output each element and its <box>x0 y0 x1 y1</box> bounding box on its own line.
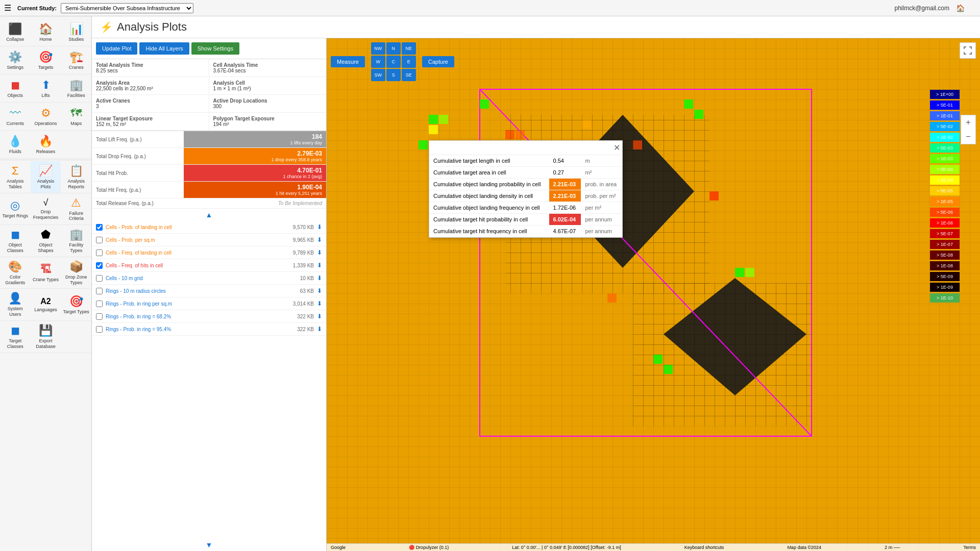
sidebar-item-target-types[interactable]: 🎯 Target Types <box>61 289 91 321</box>
nav-c[interactable]: C <box>386 56 401 68</box>
sidebar-row-export: ◼ Target Classes 💾 Export Database <box>0 321 91 353</box>
popup-close-button[interactable]: ✕ <box>614 143 620 153</box>
sidebar-item-export-database[interactable]: 💾 Export Database <box>31 321 61 353</box>
layer-download-icon[interactable]: ⬇ <box>317 249 322 256</box>
sidebar-item-objects[interactable]: ◼ Objects <box>0 74 31 103</box>
sidebar-item-languages[interactable]: A2 Languages <box>31 289 61 321</box>
zoom-out-button[interactable]: − <box>961 130 975 144</box>
sidebar-item-system-users[interactable]: 👤 System Users <box>0 289 31 321</box>
sidebar-item-facilities[interactable]: 🏢 Facilities <box>61 74 91 103</box>
layer-checkbox[interactable] <box>96 288 103 294</box>
sidebar-item-target-classes[interactable]: ◼ Target Classes <box>0 321 31 353</box>
sidebar-item-target-rings[interactable]: ◎ Target Rings <box>0 193 31 226</box>
sidebar-item-cranes[interactable]: 🏗️ Cranes <box>61 46 91 74</box>
nav-w[interactable]: W <box>371 56 385 68</box>
sidebar-item-targets[interactable]: 🎯 Targets <box>31 46 61 74</box>
legend-item: > 1E-01 <box>930 111 960 121</box>
sidebar-item-object-shapes[interactable]: ⬟ Object Shapes <box>31 225 61 257</box>
sidebar-item-home[interactable]: 🏠 Home <box>31 18 61 46</box>
legend-button[interactable]: > 1E-02 <box>930 133 960 142</box>
layer-download-icon[interactable]: ⬇ <box>317 236 322 243</box>
layer-checkbox[interactable] <box>96 249 103 256</box>
keyboard-shortcuts[interactable]: Keyboard shortcuts <box>684 545 724 550</box>
sidebar-item-currents[interactable]: 〰 Currents <box>0 103 31 131</box>
show-settings-button[interactable]: Show Settings <box>191 42 239 55</box>
sidebar-item-collapse[interactable]: ⬛ Collapse <box>0 18 31 46</box>
layer-download-icon[interactable]: ⬇ <box>317 262 322 269</box>
legend-button[interactable]: > 1E-09 <box>930 283 960 292</box>
sidebar-item-color-gradients[interactable]: 🎨 Color Gradients <box>0 257 31 289</box>
legend-button[interactable]: > 1E-06 <box>930 218 960 228</box>
sidebar-item-maps[interactable]: 🗺 Maps <box>61 103 91 131</box>
terms-label[interactable]: Terms <box>963 545 976 550</box>
sidebar-item-analysis-reports[interactable]: 📋 Analysis Reports <box>61 161 91 193</box>
sidebar-item-failure-criteria[interactable]: ⚠ Failure Criteria <box>61 193 91 226</box>
sidebar-item-drop-frequencies[interactable]: √ Drop Frequencies <box>31 193 61 226</box>
sidebar-item-operations[interactable]: ⚙ Operations <box>31 103 61 131</box>
nav-nw[interactable]: NW <box>371 42 385 55</box>
nav-e[interactable]: E <box>402 56 416 68</box>
sidebar-item-analysis-plots[interactable]: 📈 Analysis Plots <box>31 161 61 193</box>
layer-checkbox[interactable] <box>96 300 103 307</box>
layer-scroll-down[interactable]: ▼ <box>92 539 326 551</box>
sidebar-item-facility-types[interactable]: 🏢 Facility Types <box>61 225 91 257</box>
operations-icon: ⚙ <box>41 107 51 120</box>
layer-checkbox[interactable] <box>96 237 103 243</box>
legend-button[interactable]: > 1E-05 <box>930 197 960 206</box>
sidebar-item-lifts[interactable]: ⬆ Lifts <box>31 74 61 103</box>
legend-button[interactable]: > 1E-04 <box>930 176 960 185</box>
sidebar-item-studies[interactable]: 📊 Studies <box>61 18 91 46</box>
layer-download-icon[interactable]: ⬇ <box>317 287 322 294</box>
legend-button[interactable]: > 1E-10 <box>930 293 960 303</box>
layer-checkbox[interactable] <box>96 262 103 269</box>
layer-checkbox[interactable] <box>96 313 103 320</box>
sidebar-item-fluids[interactable]: 💧 Fluids <box>0 131 31 159</box>
layer-download-icon[interactable]: ⬇ <box>317 300 322 307</box>
layer-checkbox[interactable] <box>96 224 103 231</box>
legend-button[interactable]: > 1E-03 <box>930 154 960 163</box>
nav-ne[interactable]: NE <box>402 42 416 55</box>
legend-button[interactable]: > 5E-04 <box>930 165 960 174</box>
hamburger-menu[interactable]: ☰ <box>4 3 11 13</box>
layer-download-icon[interactable]: ⬇ <box>317 274 322 282</box>
nav-se[interactable]: SE <box>402 69 416 81</box>
update-plot-button[interactable]: Update Plot <box>96 42 137 55</box>
capture-button[interactable]: Capture <box>422 56 454 67</box>
legend-button[interactable]: > 1E-07 <box>930 240 960 249</box>
legend-button[interactable]: > 5E-07 <box>930 229 960 238</box>
legend-button[interactable]: > 5E-06 <box>930 208 960 217</box>
legend-button[interactable]: > 5E-03 <box>930 143 960 153</box>
layer-download-icon[interactable]: ⬇ <box>317 223 322 231</box>
legend-button[interactable]: > 5E-08 <box>930 251 960 260</box>
sidebar-item-settings[interactable]: ⚙️ Settings <box>0 46 31 74</box>
layer-size: 9,570 KB <box>293 224 314 230</box>
legend-button[interactable]: > 5E-05 <box>930 186 960 195</box>
layer-checkbox[interactable] <box>96 275 103 282</box>
sidebar-label-target-types: Target Types <box>63 309 89 315</box>
sidebar-item-crane-types[interactable]: 🏗 Crane Types <box>31 257 61 289</box>
layer-download-icon[interactable]: ⬇ <box>317 313 322 320</box>
legend-button[interactable]: > 5E-09 <box>930 272 960 281</box>
legend-button[interactable]: > 1E-08 <box>930 261 960 270</box>
layer-scroll-up[interactable]: ▲ <box>92 209 326 221</box>
sidebar-item-analysis-tables[interactable]: Σ Analysis Tables <box>0 161 31 193</box>
legend-button[interactable]: > 5E-02 <box>930 122 960 131</box>
layer-download-icon[interactable]: ⬇ <box>317 325 322 333</box>
nav-n[interactable]: N <box>386 42 401 55</box>
study-selector[interactable]: Semi-Submersible Over Subsea Infrastruct… <box>61 3 193 13</box>
nav-s[interactable]: S <box>386 69 401 81</box>
legend-button[interactable]: > 1E-01 <box>930 111 960 120</box>
legend-item: > 1E-03 <box>930 154 960 164</box>
fullscreen-button[interactable] <box>960 42 976 59</box>
nav-sw[interactable]: SW <box>371 69 385 81</box>
sidebar-item-releases[interactable]: 🔥 Releases <box>31 131 61 159</box>
measure-button[interactable]: Measure <box>331 56 365 67</box>
sidebar-item-drop-zone-types[interactable]: 📦 Drop Zone Types <box>61 257 91 289</box>
legend-button[interactable]: > 1E+00 <box>930 90 960 99</box>
home-icon[interactable]: 🏠 <box>956 4 965 12</box>
layer-checkbox[interactable] <box>96 326 103 333</box>
legend-button[interactable]: > 5E-01 <box>930 101 960 110</box>
zoom-in-button[interactable]: + <box>961 115 975 130</box>
sidebar-item-object-classes[interactable]: ◼ Object Classes <box>0 225 31 257</box>
hide-all-layers-button[interactable]: Hide All Layers <box>139 42 189 55</box>
